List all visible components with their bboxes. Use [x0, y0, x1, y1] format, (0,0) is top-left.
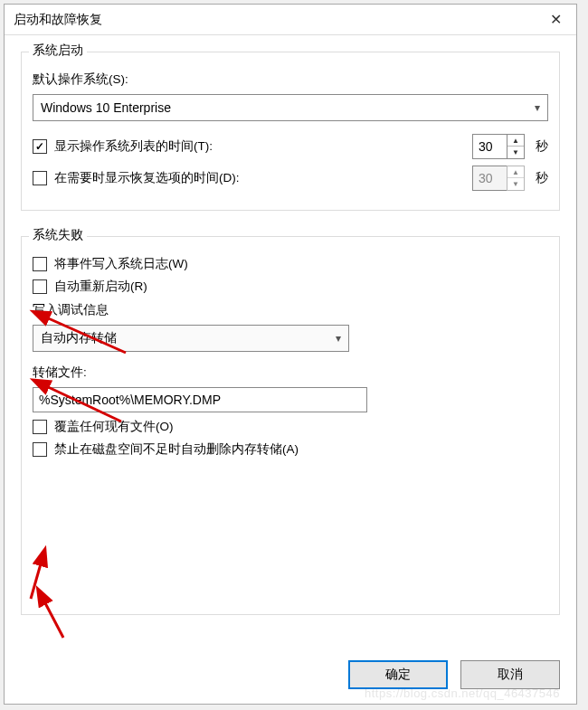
show-recovery-checkbox[interactable]	[33, 171, 47, 185]
dialog-body: 系统启动 默认操作系统(S): Windows 10 Enterprise ▾ …	[5, 35, 576, 649]
default-os-value: Windows 10 Enterprise	[41, 100, 171, 115]
titlebar: 启动和故障恢复 ✕	[5, 5, 576, 35]
no-auto-delete-label: 禁止在磁盘空间不足时自动删除内存转储(A)	[54, 441, 299, 458]
cancel-button[interactable]: 取消	[460, 660, 560, 689]
seconds-unit: 秒	[536, 170, 548, 186]
default-os-label: 默认操作系统(S):	[33, 71, 128, 88]
close-icon: ✕	[550, 11, 562, 28]
show-os-list-checkbox[interactable]	[33, 139, 47, 154]
group-title-startup: 系统启动	[29, 43, 87, 59]
write-log-label: 将事件写入系统日志(W)	[54, 256, 188, 272]
show-recovery-label: 在需要时显示恢复选项的时间(D):	[54, 170, 240, 186]
show-os-list-label: 显示操作系统列表的时间(T):	[54, 138, 213, 155]
chevron-down-icon: ▾	[535, 101, 540, 114]
show-os-list-spinner[interactable]: ▲ ▼	[472, 134, 525, 159]
cancel-label: 取消	[498, 667, 523, 683]
overwrite-checkbox[interactable]	[33, 420, 47, 434]
debug-info-select[interactable]: 自动内存转储 ▾	[33, 325, 349, 352]
ok-label: 确定	[385, 667, 411, 683]
chevron-down-icon: ▾	[336, 332, 341, 345]
ok-button[interactable]: 确定	[348, 660, 448, 689]
auto-restart-label: 自动重新启动(R)	[54, 279, 147, 295]
default-os-select[interactable]: Windows 10 Enterprise ▾	[33, 94, 548, 121]
system-failure-group: 系统失败 将事件写入系统日志(W) 自动重新启动(R) 写入调试信息 自动内存转…	[21, 236, 560, 615]
no-auto-delete-checkbox[interactable]	[33, 442, 47, 457]
spinner-up-icon: ▲	[507, 166, 524, 178]
seconds-unit: 秒	[536, 138, 548, 155]
spinner-up-icon[interactable]: ▲	[507, 135, 524, 147]
spinner-down-icon: ▼	[507, 178, 524, 190]
debug-info-label: 写入调试信息	[33, 302, 109, 318]
dump-file-input[interactable]	[33, 387, 367, 412]
debug-info-value: 自动内存转储	[41, 330, 117, 346]
overwrite-label: 覆盖任何现有文件(O)	[54, 419, 174, 435]
show-os-list-value[interactable]	[472, 134, 507, 159]
dump-file-label: 转储文件:	[33, 364, 87, 381]
write-log-checkbox[interactable]	[33, 257, 47, 271]
dialog-title: 启动和故障恢复	[14, 12, 102, 28]
auto-restart-checkbox[interactable]	[33, 279, 47, 294]
spinner-down-icon[interactable]: ▼	[507, 147, 524, 158]
spinner-buttons: ▲ ▼	[507, 166, 525, 191]
group-title-failure: 系统失败	[29, 227, 87, 243]
show-recovery-value	[472, 166, 507, 191]
spinner-buttons[interactable]: ▲ ▼	[507, 134, 525, 159]
startup-recovery-dialog: 启动和故障恢复 ✕ 系统启动 默认操作系统(S): Windows 10 Ent…	[4, 4, 577, 705]
close-button[interactable]: ✕	[535, 5, 576, 34]
show-recovery-spinner: ▲ ▼	[472, 166, 525, 191]
dialog-buttons: 确定 取消	[5, 649, 576, 704]
system-startup-group: 系统启动 默认操作系统(S): Windows 10 Enterprise ▾ …	[21, 52, 560, 211]
